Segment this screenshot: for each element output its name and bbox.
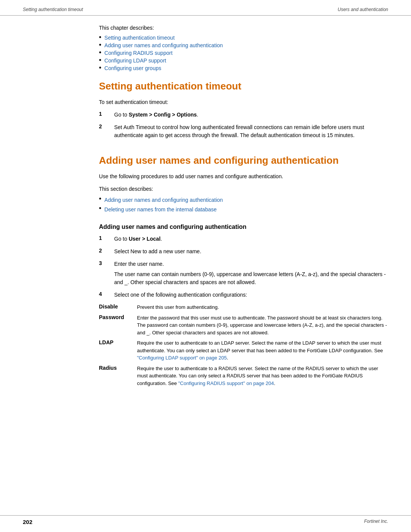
def-desc-ldap: Require the user to authenticate to an L… xyxy=(137,339,388,362)
header-left: Setting authentication timeout xyxy=(23,7,83,12)
def-row-password: Password Enter the password that this us… xyxy=(99,314,388,337)
step-number: 2 xyxy=(99,123,114,139)
step-number: 4 xyxy=(99,291,114,299)
section1-heading: Setting authentication timeout xyxy=(23,80,388,92)
step-main-text: Enter the user name. xyxy=(114,260,388,268)
section2-sublinks: • Adding user names and configuring auth… xyxy=(23,196,388,214)
step-content: Go to User > Local. xyxy=(114,235,388,243)
def-term-radius: Radius xyxy=(99,365,137,371)
page-container: Setting authentication timeout Users and… xyxy=(0,0,411,532)
section2-intro: Use the following procedures to add user… xyxy=(23,173,388,181)
header-right: Users and authentication xyxy=(338,7,388,12)
sub-link-1[interactable]: Adding user names and configuring authen… xyxy=(104,196,223,204)
divider xyxy=(23,144,388,155)
intro-link-3[interactable]: Configuring RADIUS support xyxy=(104,50,172,56)
list-item: • Setting authentication timeout xyxy=(99,35,388,41)
intro-link-5[interactable]: Configuring user groups xyxy=(104,65,161,71)
def-term-password: Password xyxy=(99,314,137,320)
intro-link-1[interactable]: Setting authentication timeout xyxy=(104,35,174,41)
step-number: 3 xyxy=(99,260,114,286)
def-row-ldap: LDAP Require the user to authenticate to… xyxy=(99,339,388,362)
step-number: 1 xyxy=(99,235,114,243)
list-item: • Configuring LDAP support xyxy=(99,58,388,64)
page-footer: 202 Fortinet Inc. xyxy=(0,515,411,525)
radius-link[interactable]: "Configuring RADIUS support" on page 204 xyxy=(178,380,274,386)
step-extra-text: The user name can contain numbers (0-9),… xyxy=(114,270,388,286)
section2-heading: Adding user names and configuring authen… xyxy=(23,155,388,166)
bullet-icon: • xyxy=(99,64,101,71)
intro-section: This chapter describes: • Setting authen… xyxy=(23,25,388,71)
section2-describes: This section describes: xyxy=(23,185,388,193)
def-desc-radius: Require the user to authenticate to a RA… xyxy=(137,365,388,387)
step-2-4: 4 Select one of the following authentica… xyxy=(23,291,388,299)
def-row-radius: Radius Require the user to authenticate … xyxy=(99,365,388,387)
sub-link-2[interactable]: Deleting user names from the internal da… xyxy=(104,206,217,214)
def-term-disable: Disable xyxy=(99,304,137,310)
step-content: Go to System > Config > Options. xyxy=(114,111,388,119)
bullet-icon: • xyxy=(99,42,101,48)
step-content: Select one of the following authenticati… xyxy=(114,291,388,299)
bullet-icon: • xyxy=(99,49,101,56)
step-number: 1 xyxy=(99,111,114,119)
step-content: Enter the user name. The user name can c… xyxy=(114,260,388,286)
list-item: • Adding user names and configuring auth… xyxy=(99,196,388,204)
bullet-icon: • xyxy=(99,205,101,212)
intro-list: • Setting authentication timeout • Addin… xyxy=(99,35,388,71)
step-content: Set Auth Timeout to control how long aut… xyxy=(114,123,388,139)
step-2-3: 3 Enter the user name. The user name can… xyxy=(23,260,388,286)
divider-sm xyxy=(23,218,388,224)
list-item: • Adding user names and configuring auth… xyxy=(99,42,388,48)
list-item: • Deleting user names from the internal … xyxy=(99,206,388,214)
def-table: Disable Prevent this user from authentic… xyxy=(23,304,388,387)
intro-title: This chapter describes: xyxy=(99,25,388,31)
def-term-ldap: LDAP xyxy=(99,339,137,345)
bullet-icon: • xyxy=(99,195,101,202)
page-header: Setting authentication timeout Users and… xyxy=(0,0,411,16)
main-content: This chapter describes: • Setting authen… xyxy=(0,16,411,422)
step-content: Select New to add a new user name. xyxy=(114,248,388,256)
section1-intro: To set authentication timeout: xyxy=(23,98,388,106)
def-desc-password: Enter the password that this user must u… xyxy=(137,314,388,337)
def-desc-disable: Prevent this user from authenticating. xyxy=(137,304,388,311)
sublinks-list: • Adding user names and configuring auth… xyxy=(99,196,388,214)
def-row-disable: Disable Prevent this user from authentic… xyxy=(99,304,388,311)
intro-link-4[interactable]: Configuring LDAP support xyxy=(104,58,166,64)
step-2-1: 1 Go to User > Local. xyxy=(23,235,388,243)
bullet-icon: • xyxy=(99,34,101,41)
list-item: • Configuring user groups xyxy=(99,65,388,71)
sub-section-heading: Adding user names and configuring authen… xyxy=(23,224,388,230)
bullet-icon: • xyxy=(99,57,101,64)
step-number: 2 xyxy=(99,248,114,256)
ldap-link[interactable]: "Configuring LDAP support" on page 205 xyxy=(137,355,227,361)
step-1-2: 2 Set Auth Timeout to control how long a… xyxy=(23,123,388,139)
footer-company: Fortinet Inc. xyxy=(364,519,388,525)
step-2-2: 2 Select New to add a new user name. xyxy=(23,248,388,256)
list-item: • Configuring RADIUS support xyxy=(99,50,388,56)
intro-link-2[interactable]: Adding user names and configuring authen… xyxy=(104,42,223,48)
step-1-1: 1 Go to System > Config > Options. xyxy=(23,111,388,119)
page-number: 202 xyxy=(23,519,32,525)
